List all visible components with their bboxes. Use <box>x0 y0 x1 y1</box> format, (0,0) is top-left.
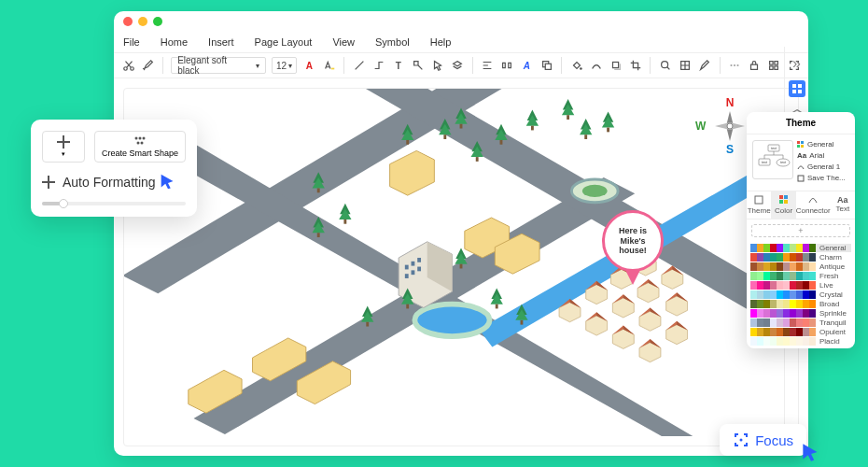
palette-row[interactable]: Crystal <box>750 290 851 299</box>
swatch <box>790 262 796 271</box>
swatch <box>757 253 763 262</box>
tab-text[interactable]: AaText <box>831 191 855 219</box>
create-smart-shape-button[interactable]: Create Smart Shape <box>94 131 186 163</box>
bring-forward-icon[interactable] <box>539 58 553 73</box>
dock-theme-icon[interactable] <box>789 80 805 97</box>
svg-rect-157 <box>797 145 800 148</box>
lock-icon[interactable] <box>748 58 762 73</box>
swatch <box>796 253 803 262</box>
svg-line-22 <box>255 262 282 277</box>
tab-theme[interactable]: Theme <box>747 191 771 219</box>
swatch <box>783 290 790 299</box>
swatch <box>809 290 816 299</box>
swatch <box>770 281 777 290</box>
distribute-icon[interactable] <box>500 58 514 73</box>
pin-tail-icon <box>625 270 640 285</box>
grid-icon[interactable] <box>767 58 781 73</box>
map-pin[interactable]: Here is Mike's house! <box>602 210 677 294</box>
palette-row[interactable]: Charm <box>750 253 851 262</box>
swatch <box>750 309 757 318</box>
svg-point-144 <box>135 137 138 140</box>
palette-row[interactable]: Fresh <box>750 272 851 280</box>
font-color-icon[interactable]: A <box>302 58 316 73</box>
add-palette-button[interactable]: + <box>751 224 850 237</box>
slider-thumb[interactable] <box>59 199 68 208</box>
menu-symbol[interactable]: Symbol <box>375 36 410 48</box>
close-icon[interactable] <box>123 17 133 26</box>
svg-rect-6 <box>545 64 551 69</box>
swatch <box>757 272 763 280</box>
palette-row[interactable]: Opulent <box>750 328 851 336</box>
swatch <box>757 328 763 336</box>
pointer-icon[interactable] <box>430 58 444 73</box>
swatch <box>783 309 790 318</box>
italic-icon[interactable]: A <box>520 58 534 73</box>
text-tool-icon[interactable]: T <box>391 58 405 73</box>
theme-legend: General AaArial General 1 Save The... <box>797 140 849 185</box>
swatch <box>803 244 809 252</box>
palette-row[interactable]: Antique <box>750 262 851 271</box>
slider[interactable] <box>42 202 186 205</box>
canvas[interactable]: N S E W Here is Mike's house! <box>123 88 799 446</box>
menu-page-layout[interactable]: Page Layout <box>255 36 313 48</box>
compass-n: N <box>726 96 735 109</box>
menu-file[interactable]: File <box>123 36 140 48</box>
menu-home[interactable]: Home <box>161 36 188 48</box>
svg-rect-12 <box>770 62 774 65</box>
menu-insert[interactable]: Insert <box>208 36 234 48</box>
focus-icon <box>733 432 749 448</box>
svg-point-9 <box>662 62 668 68</box>
align-icon[interactable] <box>481 58 495 73</box>
swatch <box>770 328 777 336</box>
swatch <box>770 244 777 252</box>
table-icon[interactable] <box>679 58 693 73</box>
legend-connector-icon <box>797 163 805 171</box>
pen-icon[interactable] <box>698 58 712 73</box>
theme-title: Theme <box>747 112 855 134</box>
auto-formatting-row[interactable]: Auto Formatting <box>42 172 186 192</box>
palette-row[interactable]: Broad <box>750 300 851 308</box>
swatch <box>777 272 783 280</box>
tab-connector[interactable]: Connector <box>796 191 831 219</box>
pin-label: Here is Mike's house! <box>602 210 664 272</box>
minimize-icon[interactable] <box>138 17 147 26</box>
maximize-icon[interactable] <box>153 17 162 26</box>
paintbrush-icon[interactable] <box>141 58 155 73</box>
swatch <box>796 281 803 290</box>
swatch <box>763 337 770 346</box>
palette-row[interactable]: General <box>750 244 851 252</box>
swatch <box>790 309 796 318</box>
menu-help[interactable]: Help <box>430 36 452 48</box>
dash-icon[interactable] <box>728 58 742 73</box>
focus-button[interactable]: Focus <box>720 424 806 456</box>
search-icon[interactable] <box>658 58 672 73</box>
swatch <box>803 272 809 280</box>
stroke-icon[interactable] <box>589 58 603 73</box>
line-tool-icon[interactable] <box>352 58 366 73</box>
dock-collapse-icon[interactable]: » <box>790 56 805 71</box>
swatch <box>777 328 783 336</box>
palette-row[interactable]: Sprinkle <box>750 309 851 318</box>
crop-icon[interactable] <box>628 58 642 73</box>
shape-tool-icon[interactable] <box>411 58 425 73</box>
palette-row[interactable]: Live <box>750 281 851 290</box>
palette-row[interactable]: Placid <box>750 337 851 346</box>
swatch <box>783 272 790 280</box>
menu-view[interactable]: View <box>332 36 355 48</box>
svg-rect-44 <box>417 267 421 272</box>
tab-color[interactable]: Color <box>771 191 795 219</box>
svg-rect-139 <box>798 84 802 88</box>
layers-icon[interactable] <box>451 58 465 73</box>
smart-shape-icon-button[interactable]: ▾ <box>42 131 85 163</box>
theme-preview[interactable]: texttexttext <box>752 140 793 179</box>
swatch <box>803 318 809 327</box>
svg-rect-101 <box>500 140 503 145</box>
cut-icon[interactable] <box>121 58 135 73</box>
fill-icon[interactable] <box>569 58 583 73</box>
palette-row[interactable]: Tranquil <box>750 318 851 327</box>
connector-icon[interactable] <box>371 58 385 73</box>
font-select[interactable]: Elegant soft black▾ <box>171 57 266 74</box>
font-size-select[interactable]: 12▾ <box>272 57 297 74</box>
highlight-icon[interactable] <box>322 58 336 73</box>
shadow-icon[interactable] <box>609 58 623 73</box>
